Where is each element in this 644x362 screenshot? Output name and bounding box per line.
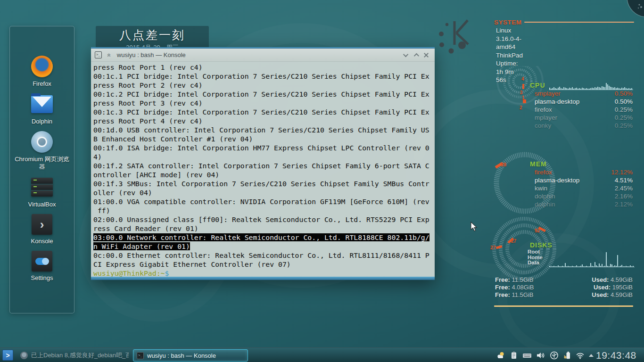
terminal-output[interactable]: press Root Port 1 (rev c4)00:1c.1 PCI br… bbox=[91, 62, 435, 277]
system-tray bbox=[496, 348, 594, 362]
task-title: wusiyu : bash — Konsole bbox=[147, 352, 216, 359]
dock-item-settings[interactable]: Settings bbox=[13, 251, 71, 282]
hostname: ThinkPad bbox=[496, 51, 523, 60]
system-info: Linux 3.16.0-4-amd64 ThinkPad Uptime: 1h… bbox=[496, 26, 523, 84]
konsole-app-icon: >_ bbox=[95, 51, 102, 58]
disk-mounts: Root Home Data bbox=[528, 249, 543, 266]
wifi-icon[interactable] bbox=[576, 351, 585, 360]
dock-item-label: Dolphin bbox=[13, 118, 71, 125]
firefox-icon bbox=[20, 352, 28, 359]
cpu-core-label: 4 bbox=[521, 76, 524, 82]
disk-io-graph bbox=[549, 253, 635, 267]
cpu-section-title: CPU bbox=[530, 82, 545, 89]
cpu-core-label: 3 bbox=[520, 90, 523, 95]
dolphin-icon bbox=[31, 95, 53, 113]
kde-k-logo bbox=[434, 14, 479, 59]
window-border-bottom bbox=[91, 277, 435, 280]
bottom-rule bbox=[494, 305, 633, 307]
dock-item-label: VirtualBox bbox=[13, 201, 71, 208]
clipboard-icon[interactable] bbox=[510, 351, 518, 360]
expand-arrow-icon[interactable] bbox=[589, 354, 594, 357]
mem-ring-label: 28 bbox=[501, 162, 506, 167]
cpu-graph bbox=[549, 83, 633, 90]
dock-item-label: Konsole bbox=[13, 238, 71, 245]
dock-item-chromium[interactable]: Chromium 网页浏览器 bbox=[13, 131, 71, 171]
window-titlebar[interactable]: >_ « wusiyu : bash — Konsole bbox=[91, 49, 435, 62]
mouse-cursor bbox=[471, 222, 478, 232]
dock-item-label: Chromium 网页浏览器 bbox=[13, 156, 71, 171]
settings-icon bbox=[32, 251, 52, 272]
virtualbox-icon bbox=[31, 178, 53, 197]
dock-item-label: Settings bbox=[13, 274, 71, 282]
firefox-icon bbox=[31, 56, 53, 77]
maximize-button[interactable] bbox=[414, 53, 419, 58]
taskbar: > 已上Debian 8,感觉良好_debian吧_百度 >_ wusiyu :… bbox=[0, 347, 644, 362]
taskbar-clock[interactable]: 19:43:48 bbox=[596, 350, 643, 361]
system-section-rule bbox=[524, 22, 634, 23]
disk-ring-label: 27 bbox=[511, 239, 516, 244]
mount-label: Data bbox=[528, 260, 543, 266]
mem-section-title: MEM bbox=[530, 160, 547, 168]
taskbar-task-konsole[interactable]: >_ wusiyu : bash — Konsole bbox=[133, 349, 248, 362]
weather-icon[interactable] bbox=[496, 351, 505, 360]
disk-ring-label: 27 bbox=[490, 245, 495, 250]
taskbar-task-firefox[interactable]: 已上Debian 8,感觉良好_debian吧_百度 bbox=[17, 349, 132, 362]
cpu-process-list: smplayer0.50%plasma-desktop0.50%firefox0… bbox=[535, 90, 633, 130]
dock-item-virtualbox[interactable]: VirtualBox bbox=[13, 176, 71, 208]
minimize-button[interactable] bbox=[403, 51, 408, 57]
fuzzy-clock-text: 八点差一刻 bbox=[96, 27, 209, 43]
disk-usage-list: Free: 11.5GiBUsed: 4.59GiBFree: 4.08GiBU… bbox=[495, 276, 633, 299]
disk-ring-label: 92 bbox=[535, 228, 540, 233]
dock-panel: Firefox Dolphin Chromium 网页浏览器 VirtualBo… bbox=[9, 26, 74, 313]
keep-above-icon[interactable]: « bbox=[106, 53, 113, 57]
system-section-title: SYSTEM bbox=[494, 19, 522, 26]
konsole-icon: >_ bbox=[137, 352, 144, 359]
konsole-window: >_ « wusiyu : bash — Konsole press Root … bbox=[91, 47, 435, 280]
keyboard-icon[interactable] bbox=[522, 351, 532, 360]
usb-icon[interactable] bbox=[550, 351, 559, 360]
cpu-core-label: 1 bbox=[522, 95, 525, 100]
task-title: 已上Debian 8,感觉良好_debian吧_百度 bbox=[31, 351, 129, 360]
plasma-toolbox[interactable] bbox=[625, 0, 644, 19]
cpu-core-label: 2 bbox=[520, 105, 522, 110]
mount-label: Root bbox=[528, 249, 543, 255]
desktop-clock-widget[interactable]: 八点差一刻 2015-4月-29，周三 bbox=[96, 26, 209, 49]
close-button[interactable] bbox=[423, 52, 429, 58]
konsole-icon: › bbox=[32, 214, 52, 235]
battery-icon[interactable] bbox=[563, 351, 571, 360]
uptime: Uptime: 1h 9m 56s bbox=[496, 59, 523, 84]
chromium-icon bbox=[31, 131, 53, 153]
app-launcher-button[interactable]: > bbox=[2, 350, 13, 361]
disks-section-title: DISKS bbox=[530, 241, 553, 249]
kernel-version: Linux 3.16.0-4-amd64 bbox=[496, 26, 523, 51]
desktop: Firefox Dolphin Chromium 网页浏览器 VirtualBo… bbox=[0, 0, 644, 362]
dock-item-label: Firefox bbox=[13, 80, 71, 88]
dock-item-firefox[interactable]: Firefox bbox=[13, 56, 71, 88]
window-title: wusiyu : bash — Konsole bbox=[117, 51, 186, 58]
dock-item-dolphin[interactable]: Dolphin bbox=[13, 93, 71, 125]
dock-item-konsole[interactable]: › Konsole bbox=[13, 214, 71, 245]
mem-process-list: firefox12.12%plasma-desktop4.51%kwin2.45… bbox=[535, 169, 633, 209]
volume-icon[interactable] bbox=[536, 351, 545, 360]
